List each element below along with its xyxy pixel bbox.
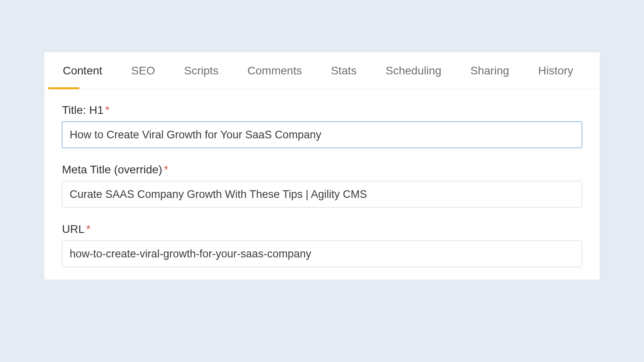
tab-scheduling[interactable]: Scheduling	[371, 52, 456, 89]
meta-title-label: Meta Title (override)*	[62, 163, 582, 176]
title-field-group: Title: H1*	[62, 104, 582, 148]
meta-title-field-group: Meta Title (override)*	[62, 163, 582, 208]
form-area: Title: H1* Meta Title (override)* URL*	[44, 89, 600, 283]
meta-title-label-text: Meta Title (override)	[62, 163, 162, 176]
tab-comments[interactable]: Comments	[233, 52, 316, 89]
tab-seo[interactable]: SEO	[117, 52, 169, 89]
tab-sharing[interactable]: Sharing	[456, 52, 524, 89]
tab-bar: Content SEO Scripts Comments Stats Sched…	[44, 52, 600, 89]
title-label: Title: H1*	[62, 104, 582, 117]
meta-title-input[interactable]	[62, 181, 582, 208]
content-editor-panel: Content SEO Scripts Comments Stats Sched…	[44, 52, 600, 280]
url-label-text: URL	[62, 223, 85, 235]
title-input[interactable]	[62, 121, 582, 148]
url-field-group: URL*	[62, 223, 582, 267]
required-marker: *	[105, 104, 109, 116]
tab-stats[interactable]: Stats	[316, 52, 371, 89]
required-marker: *	[86, 223, 91, 235]
url-input[interactable]	[62, 241, 582, 267]
url-label: URL*	[62, 223, 582, 236]
tab-history[interactable]: History	[524, 52, 588, 89]
title-label-text: Title: H1	[62, 104, 103, 116]
required-marker: *	[164, 163, 168, 176]
tab-scripts[interactable]: Scripts	[169, 52, 233, 89]
tab-content[interactable]: Content	[48, 52, 117, 89]
